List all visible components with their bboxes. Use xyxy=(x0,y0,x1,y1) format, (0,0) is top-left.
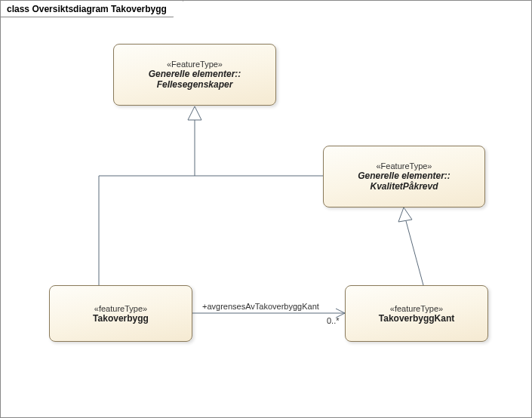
class-name-label: Takoverbygg xyxy=(93,313,149,324)
association-multiplicity-label: 0..* xyxy=(327,316,340,325)
diagram-frame: class Oversiktsdiagram Takoverbygg «Feat… xyxy=(0,0,532,418)
stereotype-label: «featureType» xyxy=(390,304,443,313)
class-kvalitetpakrevd[interactable]: «FeatureType» Generelle elementer:: Kval… xyxy=(323,146,485,207)
stereotype-label: «FeatureType» xyxy=(167,60,223,69)
diagram-title-notch xyxy=(173,1,183,17)
stereotype-label: «featureType» xyxy=(94,304,147,313)
diagram-title-name: Oversiktsdiagram Takoverbygg xyxy=(32,4,167,14)
diagram-title-tab: class Oversiktsdiagram Takoverbygg xyxy=(1,1,184,17)
class-name-label: TakoverbyggKant xyxy=(379,313,454,324)
svg-marker-5 xyxy=(398,207,412,222)
class-package-label: Generelle elementer:: xyxy=(358,171,451,181)
diagram-title-prefix: class xyxy=(7,4,29,14)
svg-marker-0 xyxy=(188,106,201,120)
svg-line-7 xyxy=(336,309,345,313)
class-name-label: KvalitetPåkrevd xyxy=(370,181,438,192)
class-package-label: Generelle elementer:: xyxy=(149,69,241,79)
diagram-title: class Oversiktsdiagram Takoverbygg xyxy=(1,1,174,17)
stereotype-label: «FeatureType» xyxy=(377,161,432,171)
class-name-label: Fellesegenskaper xyxy=(157,79,233,90)
generalization-to-fellesegenskaper xyxy=(99,106,323,285)
class-takoverbyggkant[interactable]: «featureType» TakoverbyggKant xyxy=(345,285,488,342)
class-takoverbygg[interactable]: «featureType» Takoverbygg xyxy=(49,285,192,342)
generalization-takoverbyggkant-to-kvalitetpakrevd xyxy=(398,207,423,285)
class-fellesegenskaper[interactable]: «FeatureType» Generelle elementer:: Fell… xyxy=(113,44,276,106)
svg-line-4 xyxy=(406,221,423,285)
association-role-label: +avgrensesAvTakoverbyggKant xyxy=(202,302,319,311)
